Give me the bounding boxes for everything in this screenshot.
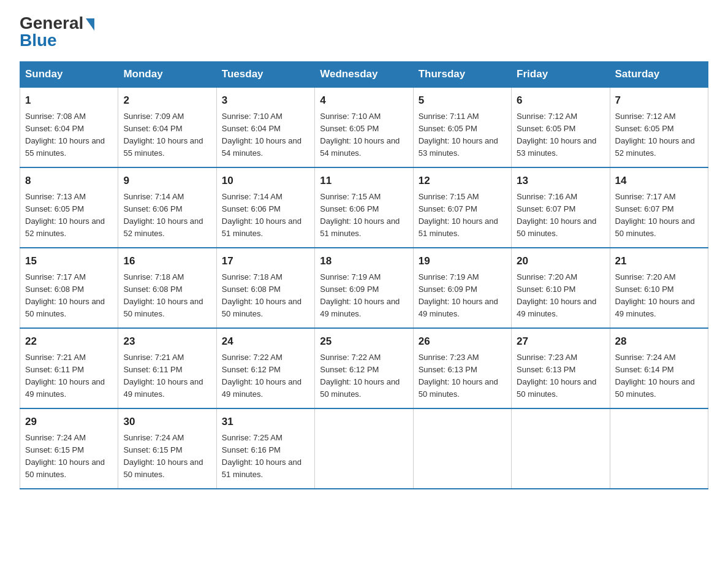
day-number: 31 [222, 414, 309, 430]
calendar-cell: 1Sunrise: 7:08 AMSunset: 6:04 PMDaylight… [20, 87, 118, 167]
day-number: 9 [123, 173, 211, 189]
day-number: 25 [320, 334, 408, 350]
day-number: 10 [222, 173, 309, 189]
day-info: Sunrise: 7:20 AMSunset: 6:10 PMDaylight:… [517, 272, 596, 318]
day-info: Sunrise: 7:23 AMSunset: 6:13 PMDaylight:… [517, 353, 596, 399]
calendar-cell: 11Sunrise: 7:15 AMSunset: 6:06 PMDayligh… [315, 167, 413, 248]
calendar-cell: 12Sunrise: 7:15 AMSunset: 6:07 PMDayligh… [413, 167, 511, 248]
day-number: 22 [25, 334, 113, 350]
day-info: Sunrise: 7:18 AMSunset: 6:08 PMDaylight:… [123, 272, 203, 318]
day-info: Sunrise: 7:08 AMSunset: 6:04 PMDaylight:… [25, 112, 105, 158]
day-info: Sunrise: 7:18 AMSunset: 6:08 PMDaylight:… [222, 272, 301, 318]
column-header-sunday: Sunday [20, 62, 118, 88]
day-info: Sunrise: 7:17 AMSunset: 6:08 PMDaylight:… [25, 272, 105, 318]
day-number: 6 [517, 93, 604, 109]
calendar-cell: 25Sunrise: 7:22 AMSunset: 6:12 PMDayligh… [315, 328, 413, 408]
day-info: Sunrise: 7:12 AMSunset: 6:05 PMDaylight:… [517, 112, 596, 158]
day-info: Sunrise: 7:24 AMSunset: 6:15 PMDaylight:… [25, 433, 105, 479]
day-info: Sunrise: 7:12 AMSunset: 6:05 PMDaylight:… [615, 112, 695, 158]
calendar-header-row: SundayMondayTuesdayWednesdayThursdayFrid… [20, 62, 708, 88]
day-info: Sunrise: 7:14 AMSunset: 6:06 PMDaylight:… [123, 192, 203, 238]
day-info: Sunrise: 7:23 AMSunset: 6:13 PMDaylight:… [419, 353, 498, 399]
day-number: 19 [419, 253, 506, 269]
day-number: 7 [615, 93, 703, 109]
calendar-cell: 23Sunrise: 7:21 AMSunset: 6:11 PMDayligh… [118, 328, 216, 408]
day-info: Sunrise: 7:21 AMSunset: 6:11 PMDaylight:… [123, 353, 203, 399]
calendar-cell: 26Sunrise: 7:23 AMSunset: 6:13 PMDayligh… [413, 328, 511, 408]
day-number: 20 [517, 253, 604, 269]
day-info: Sunrise: 7:10 AMSunset: 6:04 PMDaylight:… [222, 112, 301, 158]
day-info: Sunrise: 7:22 AMSunset: 6:12 PMDaylight:… [320, 353, 400, 399]
calendar-cell: 10Sunrise: 7:14 AMSunset: 6:06 PMDayligh… [216, 167, 314, 248]
logo-blue-text: Blue [20, 32, 57, 49]
calendar-cell [512, 408, 610, 489]
calendar-cell [315, 408, 413, 489]
calendar-cell: 6Sunrise: 7:12 AMSunset: 6:05 PMDaylight… [512, 87, 610, 167]
day-number: 26 [419, 334, 506, 350]
day-info: Sunrise: 7:09 AMSunset: 6:04 PMDaylight:… [123, 112, 203, 158]
day-info: Sunrise: 7:22 AMSunset: 6:12 PMDaylight:… [222, 353, 301, 399]
calendar-cell: 21Sunrise: 7:20 AMSunset: 6:10 PMDayligh… [610, 248, 708, 328]
day-number: 30 [123, 414, 211, 430]
calendar-cell: 16Sunrise: 7:18 AMSunset: 6:08 PMDayligh… [118, 248, 216, 328]
day-number: 11 [320, 173, 408, 189]
column-header-wednesday: Wednesday [315, 62, 413, 88]
calendar-cell: 22Sunrise: 7:21 AMSunset: 6:11 PMDayligh… [20, 328, 118, 408]
calendar-cell: 28Sunrise: 7:24 AMSunset: 6:14 PMDayligh… [610, 328, 708, 408]
page-header: General Blue [20, 15, 708, 49]
calendar-week-row: 1Sunrise: 7:08 AMSunset: 6:04 PMDaylight… [20, 87, 708, 167]
logo: General Blue [20, 15, 94, 49]
day-info: Sunrise: 7:20 AMSunset: 6:10 PMDaylight:… [615, 272, 695, 318]
day-number: 5 [419, 93, 506, 109]
calendar-cell: 5Sunrise: 7:11 AMSunset: 6:05 PMDaylight… [413, 87, 511, 167]
column-header-saturday: Saturday [610, 62, 708, 88]
day-info: Sunrise: 7:24 AMSunset: 6:14 PMDaylight:… [615, 353, 695, 399]
logo-triangle-icon [86, 18, 94, 31]
calendar-cell: 27Sunrise: 7:23 AMSunset: 6:13 PMDayligh… [512, 328, 610, 408]
calendar-cell [413, 408, 511, 489]
calendar-week-row: 29Sunrise: 7:24 AMSunset: 6:15 PMDayligh… [20, 408, 708, 489]
logo-general-text: General [20, 15, 83, 32]
day-number: 17 [222, 253, 309, 269]
calendar-cell: 3Sunrise: 7:10 AMSunset: 6:04 PMDaylight… [216, 87, 314, 167]
calendar-week-row: 8Sunrise: 7:13 AMSunset: 6:05 PMDaylight… [20, 167, 708, 248]
calendar-cell: 17Sunrise: 7:18 AMSunset: 6:08 PMDayligh… [216, 248, 314, 328]
column-header-thursday: Thursday [413, 62, 511, 88]
day-number: 16 [123, 253, 211, 269]
calendar-cell [610, 408, 708, 489]
calendar-cell: 31Sunrise: 7:25 AMSunset: 6:16 PMDayligh… [216, 408, 314, 489]
calendar-cell: 2Sunrise: 7:09 AMSunset: 6:04 PMDaylight… [118, 87, 216, 167]
calendar-cell: 8Sunrise: 7:13 AMSunset: 6:05 PMDaylight… [20, 167, 118, 248]
day-number: 4 [320, 93, 408, 109]
day-number: 3 [222, 93, 309, 109]
calendar-cell: 18Sunrise: 7:19 AMSunset: 6:09 PMDayligh… [315, 248, 413, 328]
calendar-cell: 4Sunrise: 7:10 AMSunset: 6:05 PMDaylight… [315, 87, 413, 167]
calendar-cell: 24Sunrise: 7:22 AMSunset: 6:12 PMDayligh… [216, 328, 314, 408]
calendar-cell: 15Sunrise: 7:17 AMSunset: 6:08 PMDayligh… [20, 248, 118, 328]
day-number: 12 [419, 173, 506, 189]
calendar-cell: 13Sunrise: 7:16 AMSunset: 6:07 PMDayligh… [512, 167, 610, 248]
calendar-cell: 7Sunrise: 7:12 AMSunset: 6:05 PMDaylight… [610, 87, 708, 167]
day-info: Sunrise: 7:24 AMSunset: 6:15 PMDaylight:… [123, 433, 203, 479]
day-info: Sunrise: 7:11 AMSunset: 6:05 PMDaylight:… [419, 112, 498, 158]
day-number: 23 [123, 334, 211, 350]
column-header-friday: Friday [512, 62, 610, 88]
day-info: Sunrise: 7:15 AMSunset: 6:07 PMDaylight:… [419, 192, 498, 238]
day-number: 24 [222, 334, 309, 350]
day-info: Sunrise: 7:10 AMSunset: 6:05 PMDaylight:… [320, 112, 400, 158]
day-info: Sunrise: 7:15 AMSunset: 6:06 PMDaylight:… [320, 192, 400, 238]
day-info: Sunrise: 7:13 AMSunset: 6:05 PMDaylight:… [25, 192, 105, 238]
day-number: 28 [615, 334, 703, 350]
column-header-monday: Monday [118, 62, 216, 88]
calendar-cell: 9Sunrise: 7:14 AMSunset: 6:06 PMDaylight… [118, 167, 216, 248]
day-info: Sunrise: 7:21 AMSunset: 6:11 PMDaylight:… [25, 353, 105, 399]
day-number: 1 [25, 93, 113, 109]
calendar-week-row: 15Sunrise: 7:17 AMSunset: 6:08 PMDayligh… [20, 248, 708, 328]
calendar-cell: 29Sunrise: 7:24 AMSunset: 6:15 PMDayligh… [20, 408, 118, 489]
calendar-table: SundayMondayTuesdayWednesdayThursdayFrid… [20, 61, 708, 489]
calendar-cell: 19Sunrise: 7:19 AMSunset: 6:09 PMDayligh… [413, 248, 511, 328]
day-number: 14 [615, 173, 703, 189]
day-number: 2 [123, 93, 211, 109]
day-info: Sunrise: 7:16 AMSunset: 6:07 PMDaylight:… [517, 192, 596, 238]
day-number: 29 [25, 414, 113, 430]
